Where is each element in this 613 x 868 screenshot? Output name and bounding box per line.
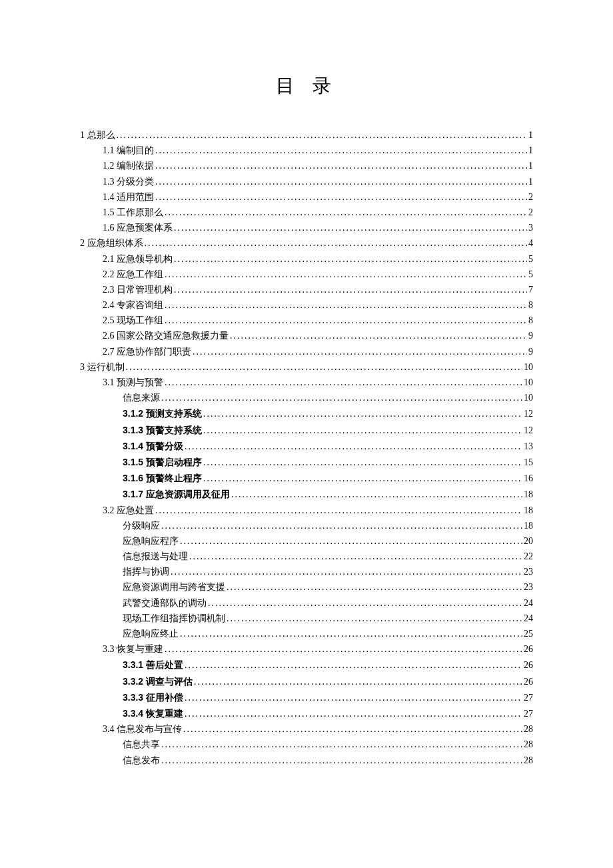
toc-entry-page: 10 [524,363,533,372]
toc-entry-page: 18 [524,490,533,499]
toc-entry-label: 3 运行机制 [80,363,125,372]
toc-entry-page: 7 [528,285,533,295]
toc-leader-dots [165,645,522,654]
toc-entry-label: 指挥与协调 [123,567,169,577]
toc-entry: 3.4 信息发布与宣传28 [80,725,533,734]
toc-entry-page: 16 [524,474,533,483]
toc-entry-page: 8 [528,316,533,325]
toc-entry-label: 2.1 应急领导机构 [103,255,173,264]
toc-entry: 3.3.3 征用补偿27 [80,693,533,703]
toc-entry-page: 9 [528,331,533,341]
toc-entry-label: 1.2 编制依据 [103,161,154,171]
toc-leader-dots [174,223,527,233]
toc-entry: 信息报送与处理22 [80,552,533,561]
toc-entry-label: 应急资源调用与跨省支援 [123,583,225,592]
toc-entry-label: 3.1.3 预警支持系统 [123,425,202,435]
toc-entry: 指挥与协调23 [80,567,533,577]
toc-leader-dots [165,301,527,310]
toc-leader-dots [161,756,522,765]
toc-leader-dots [227,583,522,592]
toc-entry-page: 18 [524,506,533,515]
toc-entry-label: 2.3 日常管理机构 [103,285,173,295]
toc-entry: 3.1.6 预警终止程序16 [80,473,533,483]
toc-entry: 应急响应程序20 [80,537,533,546]
toc-leader-dots [165,316,527,325]
toc-entry: 2.7 应急协作部门职责9 [80,347,533,357]
toc-entry-page: 12 [524,409,533,419]
toc-entry: 1 总那么1 [80,131,533,140]
toc-entry: 3.1.7 应急资源调用及征用18 [80,489,533,499]
toc-leader-dots [126,363,523,372]
toc-entry-page: 23 [524,583,533,592]
toc-entry-label: 1.4 适用范围 [103,193,154,202]
toc-entry-label: 2.6 国家公路交通应急救援力量 [103,331,229,341]
toc-entry-page: 4 [528,239,533,248]
toc-entry-page: 9 [528,347,533,357]
toc-leader-dots [161,393,522,403]
toc-leader-dots [185,442,522,451]
toc-leader-dots [194,677,522,687]
toc-entry-page: 24 [524,614,533,623]
toc-entry-page: 15 [524,458,533,467]
toc-entry-label: 3.1.7 应急资源调用及征用 [123,489,230,499]
toc-entry-label: 3.3.2 调查与评估 [123,677,193,686]
toc-entry-label: 信息来源 [123,393,160,403]
toc-entry: 3.3.4 恢复重建27 [80,709,533,719]
toc-entry-page: 24 [524,599,533,608]
toc-entry: 信息发布28 [80,756,533,765]
toc-entry-page: 1 [528,131,533,140]
toc-entry-label: 应急响应终止 [123,629,179,639]
toc-entry: 3.3 恢复与重建26 [80,645,533,654]
toc-leader-dots [189,552,522,561]
toc-entry-label: 分级响应 [123,521,160,531]
toc-leader-dots [203,426,522,435]
toc-entry-page: 18 [524,521,533,531]
toc-entry-page: 22 [524,552,533,561]
toc-leader-dots [165,208,527,217]
toc-entry-page: 8 [528,301,533,310]
toc-entry-label: 3.1.5 预警启动程序 [123,457,202,467]
toc-entry-page: 26 [524,677,533,687]
table-of-contents: 1 总那么11.1 编制目的11.2 编制依据11.3 分级分类11.4 适用范… [80,131,533,765]
toc-entry-page: 26 [524,645,533,654]
toc-leader-dots [161,740,522,749]
toc-entry: 1.3 分级分类1 [80,177,533,187]
toc-entry-label: 3.3.1 善后处置 [123,660,183,669]
toc-entry-page: 25 [524,629,533,639]
toc-entry-label: 现场工作组指挥协调机制 [123,614,225,623]
toc-entry-page: 3 [528,223,533,233]
toc-entry-label: 信息报送与处理 [123,552,188,561]
toc-entry: 2.3 日常管理机构7 [80,285,533,295]
toc-leader-dots [117,131,528,140]
toc-entry-page: 28 [524,725,533,734]
toc-entry-label: 3.1 预测与预警 [103,378,163,387]
toc-entry: 1.4 适用范围2 [80,193,533,202]
toc-entry-page: 1 [528,161,533,171]
toc-leader-dots [155,177,527,187]
toc-entry: 武警交通部队的调动24 [80,599,533,608]
toc-entry: 应急资源调用与跨省支援23 [80,583,533,592]
toc-entry-label: 3.3.3 征用补偿 [123,693,183,702]
toc-entry: 3.1.3 预警支持系统12 [80,425,533,435]
toc-entry: 3.1.5 预警启动程序15 [80,457,533,467]
toc-entry-page: 27 [524,693,533,703]
toc-entry-label: 信息发布 [123,756,160,765]
toc-entry-label: 3.3 恢复与重建 [103,645,163,654]
toc-entry: 信息共享28 [80,740,533,749]
toc-leader-dots [161,521,522,531]
toc-entry-page: 2 [528,193,533,202]
toc-entry-label: 1.5 工作原那么 [103,208,163,217]
toc-entry-label: 武警交通部队的调动 [123,599,207,608]
toc-leader-dots [165,378,522,387]
toc-entry-page: 12 [524,426,533,435]
toc-entry-label: 3.2 应急处置 [103,506,154,515]
toc-leader-dots [203,409,522,419]
toc-entry: 3 运行机制10 [80,363,533,372]
toc-entry-page: 10 [524,378,533,387]
toc-entry-page: 23 [524,567,533,577]
toc-entry: 2.4 专家咨询组8 [80,301,533,310]
toc-leader-dots [165,270,527,279]
toc-entry: 2.5 现场工作组8 [80,316,533,325]
toc-leader-dots [180,537,522,546]
toc-entry-page: 2 [528,208,533,217]
